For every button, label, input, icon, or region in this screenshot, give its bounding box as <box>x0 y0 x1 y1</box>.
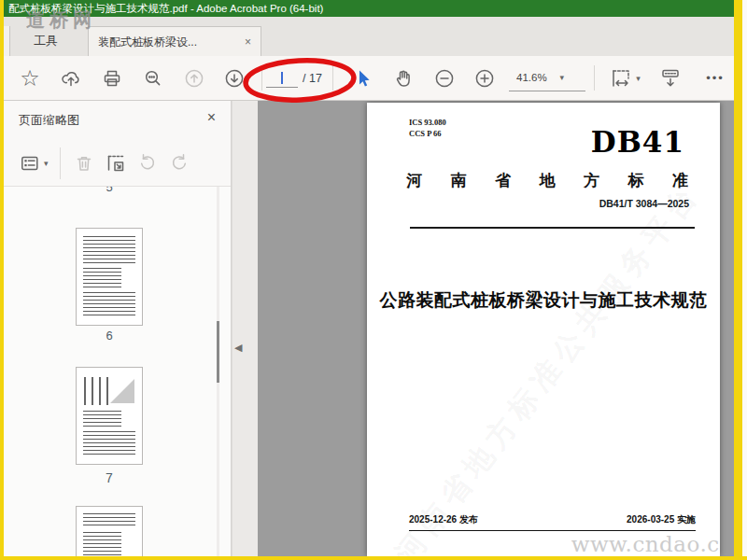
print-button[interactable] <box>95 56 129 100</box>
window-frame <box>734 0 742 560</box>
zoom-level-dropdown[interactable]: 41.6% ▾ <box>509 64 585 91</box>
db41-logo: DB41 <box>591 125 684 159</box>
window-frame <box>742 0 747 560</box>
document-title: 公路装配式桩板桥梁设计与施工技术规范 <box>367 288 720 313</box>
panel-scrollbar-thumb[interactable] <box>217 321 219 383</box>
thumbnail-page-6[interactable] <box>76 228 143 326</box>
toolbar-separator <box>332 65 333 91</box>
fit-width-button[interactable]: ▾ <box>601 56 648 100</box>
page-number-input[interactable] <box>266 69 298 88</box>
thumbnail-page-8[interactable] <box>76 506 143 556</box>
window-titlebar[interactable]: 配式桩板桥梁设计与施工技术规范.pdf - Adobe Acrobat Pro … <box>4 0 734 17</box>
thumbnail-page-7[interactable] <box>76 367 143 465</box>
select-tool-button[interactable] <box>346 56 380 100</box>
chevron-down-icon: ▾ <box>44 159 49 168</box>
thumbnail-figure <box>110 379 134 403</box>
arrow-up-circle-icon <box>183 67 205 90</box>
page-scrolling-button[interactable] <box>652 56 689 100</box>
window-frame <box>0 0 4 560</box>
thumbnails-panel-header: 页面缩略图 × <box>4 101 231 140</box>
star-icon: ☆ <box>20 67 40 90</box>
view-options-button[interactable]: ▾ <box>19 149 49 177</box>
select-arrow-icon <box>352 67 374 90</box>
next-page-button[interactable] <box>218 56 251 100</box>
collapse-panel-icon[interactable]: ◀ <box>234 342 242 354</box>
search-icon <box>142 67 164 90</box>
standard-number: DB41/T 3084—2025 <box>599 198 689 209</box>
site-watermark: www.cndao.co <box>571 532 720 556</box>
rotate-counterclockwise-icon <box>136 152 159 175</box>
zoom-in-button[interactable] <box>468 56 501 100</box>
delete-pages-button[interactable] <box>73 149 95 177</box>
crop-pages-button[interactable] <box>105 149 127 177</box>
rotate-left-button[interactable] <box>136 149 159 177</box>
panel-close-icon[interactable]: × <box>207 109 216 126</box>
more-tools-button[interactable]: ••• <box>695 56 736 100</box>
footer-rule <box>409 530 696 531</box>
thumbnail-list[interactable]: 5 6 7 <box>4 187 231 556</box>
fit-width-icon <box>609 67 633 90</box>
toolbar-separator <box>60 147 61 179</box>
crop-pages-icon <box>105 152 127 175</box>
dates-row: 2025-12-26 发布 2026-03-25 实施 <box>409 513 696 526</box>
thumbnails-toolbar: ▾ <box>4 140 231 187</box>
panel-resize-strip[interactable]: ◀ <box>232 101 258 556</box>
hand-icon <box>392 67 415 90</box>
main-toolbar: ☆ <box>4 56 734 101</box>
pdf-page: 河南省地方标准公共服务平台 ICS 93.080 CCS P 66 DB41 河… <box>367 103 720 556</box>
printer-icon <box>101 67 123 90</box>
list-options-icon <box>19 152 41 175</box>
page-label: 6 <box>76 329 143 343</box>
document-view[interactable]: 河南省地方标准公共服务平台 ICS 93.080 CCS P 66 DB41 河… <box>258 101 734 556</box>
plus-circle-icon <box>473 67 496 90</box>
page-number-field[interactable]: / 17 <box>266 56 322 100</box>
rotate-right-button[interactable] <box>168 149 190 177</box>
text-cursor <box>281 72 283 84</box>
standard-name: 河南省地方标准 <box>406 170 688 191</box>
tab-document[interactable]: 装配式桩板桥梁设... × <box>88 26 261 57</box>
ellipsis-icon: ••• <box>706 71 725 85</box>
minus-circle-icon <box>433 67 456 90</box>
page-label: 7 <box>76 470 143 485</box>
issue-date: 2025-12-26 发布 <box>409 513 478 526</box>
scrolling-mode-icon <box>659 67 682 90</box>
chevron-down-icon: ▾ <box>636 74 641 83</box>
page-total-label: / 17 <box>303 72 322 85</box>
brand-watermark: 道桥网 <box>26 7 96 33</box>
thumbnail-figure <box>84 377 108 405</box>
toolbar-separator <box>594 65 595 91</box>
hand-tool-button[interactable] <box>387 56 420 100</box>
thumbnails-panel: 页面缩略图 × ▾ <box>4 101 232 556</box>
tab-close-icon[interactable]: × <box>245 35 251 49</box>
tab-home-sliver[interactable] <box>4 26 10 56</box>
toolbar-separator <box>261 65 262 91</box>
ics-line: ICS 93.080 <box>409 117 446 128</box>
rotate-clockwise-icon <box>168 152 190 175</box>
panel-title: 页面缩略图 <box>19 112 79 129</box>
tab-document-label: 装配式桩板桥梁设... <box>98 35 239 50</box>
tab-bar: 工具 装配式桩板桥梁设... × <box>4 17 734 56</box>
favorites-button[interactable]: ☆ <box>13 56 47 100</box>
implement-date: 2026-03-25 实施 <box>627 513 696 526</box>
cloud-upload-icon <box>60 67 82 90</box>
search-button[interactable] <box>136 56 170 100</box>
previous-page-button[interactable] <box>177 56 211 100</box>
page-label: 5 <box>76 187 143 194</box>
diagonal-watermark: 河南省地方标准公共服务平台 <box>387 175 711 556</box>
zoom-level-value: 41.6% <box>516 72 547 83</box>
acrobat-window: 配式桩板桥梁设计与施工技术规范.pdf - Adobe Acrobat Pro … <box>0 0 747 560</box>
header-rule <box>410 227 695 229</box>
share-button[interactable] <box>54 56 88 100</box>
zoom-out-button[interactable] <box>428 56 461 100</box>
ccs-line: CCS P 66 <box>409 128 446 139</box>
window-frame <box>0 556 747 560</box>
arrow-down-circle-icon <box>223 67 246 90</box>
chevron-down-icon: ▾ <box>560 73 565 82</box>
ics-codes: ICS 93.080 CCS P 66 <box>409 117 446 139</box>
trash-icon <box>73 152 95 175</box>
